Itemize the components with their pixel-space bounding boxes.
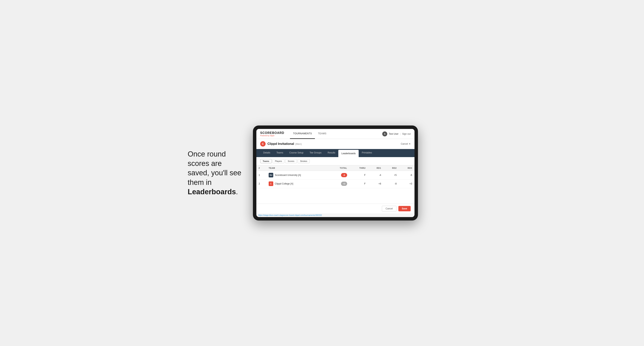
nav-link-teams[interactable]: TEAMS — [315, 129, 330, 139]
filter-scores[interactable]: Scores — [285, 159, 297, 163]
table-row: 1 SU Scoreboard University [A] -5 F — [256, 171, 414, 179]
cancel-button[interactable]: Cancel — [382, 206, 396, 211]
logo-area: SCOREBOARD Powered by clippd — [260, 131, 284, 137]
description-text: Once round scores are saved, you'll see … — [188, 150, 242, 197]
row1-rd2: +5 — [384, 171, 399, 179]
desc-line1: Once round — [188, 150, 226, 158]
table-row: 2 C Clippd College [A] +3 F — [256, 179, 414, 188]
row2-rd3: +3 — [399, 179, 414, 188]
team-logo-1: SU — [269, 173, 273, 177]
user-avatar: S — [382, 131, 387, 136]
logo-subtitle: Powered by clippd — [260, 135, 284, 137]
tab-details[interactable]: Details — [260, 149, 274, 157]
tab-tee-groups[interactable]: Tee Groups — [306, 149, 324, 157]
row1-total: -5 — [329, 171, 350, 179]
col-thru: THRU — [350, 165, 368, 171]
col-rank: # — [256, 165, 266, 171]
tab-teams[interactable]: Teams — [273, 149, 286, 157]
score-badge-1: -5 — [341, 173, 347, 177]
col-total: TOTAL — [329, 165, 350, 171]
row1-rd1: -4 — [368, 171, 384, 179]
desc-line3: saved, you'll see — [188, 169, 242, 177]
url-bar: https://stage-blue-coach.stagescore boar… — [256, 213, 414, 217]
team-logo-2: C — [269, 181, 273, 186]
desc-line4: them in — [188, 178, 212, 186]
col-team: TEAM — [266, 165, 329, 171]
nav-separator: | — [400, 133, 401, 135]
page-wrapper: Once round scores are saved, you'll see … — [188, 126, 456, 220]
main-content-area: # TEAM TOTAL THRU RD1 RD2 RD3 1 — [256, 165, 414, 204]
row2-total: +3 — [329, 179, 350, 188]
tab-results[interactable]: Results — [324, 149, 338, 157]
table-header-row: # TEAM TOTAL THRU RD1 RD2 RD3 — [256, 165, 414, 171]
sub-filters: Teams Players Scores Strokes — [256, 157, 414, 165]
top-nav: SCOREBOARD Powered by clippd TOURNAMENTS… — [256, 129, 414, 139]
nav-link-tournaments[interactable]: TOURNAMENTS — [290, 129, 315, 139]
row1-team: SU Scoreboard University [A] — [266, 171, 329, 179]
tab-bar: Details Teams Course Setup Tee Groups Re… — [256, 149, 414, 157]
desc-period: . — [236, 188, 238, 196]
desc-line2: scores are — [188, 160, 222, 168]
row1-rank: 1 — [256, 171, 266, 179]
save-button[interactable]: Save — [398, 206, 411, 211]
score-badge-2: +3 — [341, 182, 347, 186]
footer-bar: Cancel Save — [256, 204, 414, 213]
row1-thru: F — [350, 171, 368, 179]
desc-line5-bold: Leaderboards — [188, 188, 236, 196]
col-rd3: RD3 — [399, 165, 414, 171]
col-rd1: RD1 — [368, 165, 384, 171]
row2-team: C Clippd College [A] — [266, 179, 329, 188]
team-name-2: Clippd College [A] — [275, 182, 293, 185]
col-rd2: RD2 — [384, 165, 399, 171]
tab-course-setup[interactable]: Course Setup — [286, 149, 306, 157]
filter-teams[interactable]: Teams — [260, 159, 272, 163]
tournament-logo: C — [260, 141, 266, 147]
cancel-header-button[interactable]: Cancel ✕ — [401, 143, 410, 145]
tab-printables[interactable]: Printables — [359, 149, 375, 157]
team-name-1: Scoreboard University [A] — [275, 174, 301, 176]
tournament-header: C Clippd Invitational (Men) Cancel ✕ — [256, 139, 414, 149]
nav-right: S Test User | Sign out — [382, 131, 411, 136]
tablet-screen: SCOREBOARD Powered by clippd TOURNAMENTS… — [256, 129, 414, 217]
team-cell-2: C Clippd College [A] — [269, 181, 327, 186]
row2-rd2: -8 — [384, 179, 399, 188]
nav-links: TOURNAMENTS TEAMS — [290, 129, 382, 139]
tournament-gender: (Men) — [295, 143, 302, 145]
tournament-name: Clippd Invitational — [268, 142, 294, 146]
user-name: Test User — [389, 133, 398, 135]
tab-leaderboards[interactable]: Leaderboards — [338, 150, 359, 157]
tablet-frame: SCOREBOARD Powered by clippd TOURNAMENTS… — [253, 126, 418, 220]
row1-rd3: -6 — [399, 171, 414, 179]
row2-rank: 2 — [256, 179, 266, 188]
filter-strokes[interactable]: Strokes — [298, 159, 310, 163]
team-cell-1: SU Scoreboard University [A] — [269, 173, 327, 177]
leaderboard-table: # TEAM TOTAL THRU RD1 RD2 RD3 1 — [256, 165, 414, 188]
filter-players[interactable]: Players — [272, 159, 284, 163]
row2-rd1: +8 — [368, 179, 384, 188]
sign-out-link[interactable]: Sign out — [402, 133, 411, 135]
logo-text: SCOREBOARD — [260, 131, 284, 135]
row2-thru: F — [350, 179, 368, 188]
